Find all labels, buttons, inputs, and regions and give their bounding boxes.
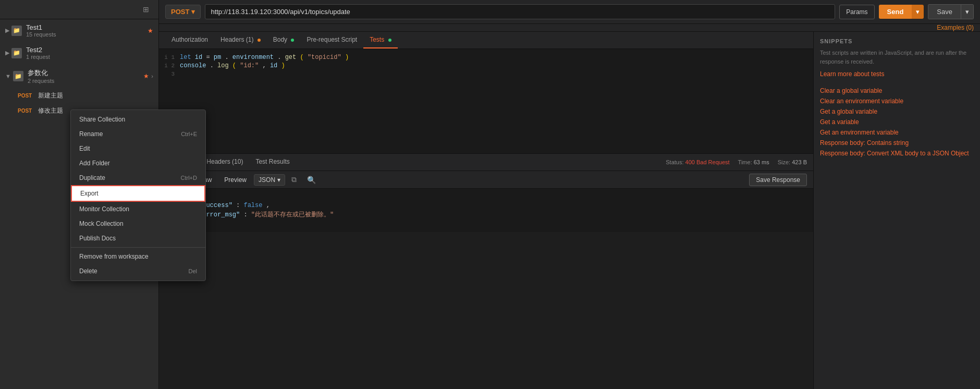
menu-label: Publish Docs (79, 235, 116, 242)
resp-line-1: 1 - { (159, 193, 813, 201)
menu-shortcut: Ctrl+D (181, 175, 197, 181)
tab-headers-response[interactable]: Headers (10) (200, 154, 249, 171)
menu-item-delete[interactable]: Delete Del (71, 264, 205, 278)
code-line-1: i 1 let id = pm . environment . get ( (159, 53, 813, 62)
snippets-title: SNIPPETS (820, 38, 974, 44)
method-badge-post: POST (16, 92, 34, 99)
snippet-get-env[interactable]: Get an environment variable (820, 127, 974, 138)
status-label: Status: 400 Bad Request (666, 159, 729, 165)
resp-line-3: 3 "error_msg" : "此话题不存在或已被删除。" (159, 210, 813, 220)
format-selector[interactable]: JSON ▾ (254, 174, 285, 186)
snippet-clear-env[interactable]: Clear an environment variable (820, 96, 974, 106)
save-dropdown-button[interactable]: ▾ (961, 4, 974, 19)
context-menu: Share Collection Rename Ctrl+E Edit Add … (70, 110, 206, 281)
save-group: Save ▾ (928, 4, 974, 19)
size-value: 423 B (792, 159, 807, 165)
code-editor[interactable]: i 1 let id = pm . environment . get ( (159, 49, 813, 153)
menu-label: Delete (79, 268, 97, 275)
menu-label: Export (80, 190, 99, 197)
menu-item-publish[interactable]: Publish Docs (71, 231, 205, 246)
menu-item-duplicate[interactable]: Duplicate Ctrl+D (71, 171, 205, 185)
code-line-2: i 2 console . log ( "id:" , id ) (159, 62, 813, 70)
menu-item-monitor[interactable]: Monitor Collection (71, 202, 205, 216)
params-button[interactable]: Params (839, 5, 874, 19)
tab-test-results[interactable]: Test Results (249, 154, 296, 171)
tab-authorization[interactable]: Authorization (165, 32, 214, 48)
menu-label: Share Collection (79, 116, 125, 123)
request-name: 修改主题 (38, 106, 63, 115)
method-dropdown-icon: ▾ (191, 8, 195, 16)
save-response-button[interactable]: Save Response (749, 174, 807, 186)
main-content: POST ▾ Params Send ▾ Save ▾ Examples (0) (159, 0, 980, 389)
collection-name: Test2 (26, 46, 153, 54)
tab-headers[interactable]: Headers (1) (214, 32, 267, 48)
request-name: 新建主题 (38, 91, 63, 100)
snippet-response-xml[interactable]: Response body: Convert XML body to a JSO… (820, 148, 974, 159)
collection-meta: 2 requests (28, 78, 141, 84)
menu-label: Edit (79, 145, 90, 152)
sidebar-toolbar: ⊞ (0, 0, 158, 19)
format-label: JSON (259, 176, 275, 184)
response-bar: Cookies Headers (10) Test Results Status… (159, 154, 813, 171)
status-value: 400 Bad Request (685, 159, 730, 165)
sidebar: ⊞ ▶ 📁 Test1 15 requests ★ ▶ 📁 Test2 1 (0, 0, 159, 389)
examples-link[interactable]: Examples (0) (937, 24, 974, 31)
collection-test2-header[interactable]: ▶ 📁 Test2 1 request (0, 42, 158, 64)
collection-icon: 📁 (11, 26, 22, 36)
resp-line-2: 2 "success" : false , (159, 201, 813, 210)
menu-item-mock[interactable]: Mock Collection (71, 216, 205, 231)
tab-dot-tests (388, 39, 391, 42)
expand-arrow: ▶ (5, 27, 9, 34)
menu-label: Mock Collection (79, 220, 124, 227)
menu-shortcut: Del (188, 268, 197, 274)
view-preview-button[interactable]: Preview (219, 174, 252, 186)
tab-dot-body (291, 39, 294, 42)
send-button[interactable]: Send (879, 5, 912, 19)
menu-shortcut: Ctrl+E (181, 131, 197, 137)
collection-test1-header[interactable]: ▶ 📁 Test1 15 requests ★ (0, 19, 158, 42)
menu-item-edit[interactable]: Edit (71, 141, 205, 156)
method-label: POST (171, 8, 189, 16)
menu-label: Monitor Collection (79, 205, 129, 213)
collection-name: 参数化 (28, 68, 141, 78)
snippets-description: Test scripts are written in JavaScript, … (820, 48, 974, 66)
star-icon: ★ (143, 72, 149, 80)
collection-params-header[interactable]: ▼ 📁 参数化 2 requests ★ › (0, 64, 158, 88)
request-tab-bar: Authorization Headers (1) Body Pre-reque… (159, 32, 813, 49)
menu-item-share[interactable]: Share Collection (71, 112, 205, 127)
snippets-list: Clear a global variable Clear an environ… (820, 86, 974, 159)
snippet-clear-global[interactable]: Clear a global variable (820, 86, 974, 96)
menu-item-export[interactable]: Export (71, 185, 205, 202)
tab-pre-request[interactable]: Pre-request Script (300, 32, 363, 48)
snippet-get-global[interactable]: Get a global variable (820, 106, 974, 117)
save-button[interactable]: Save (928, 4, 961, 19)
method-selector[interactable]: POST ▾ (165, 5, 201, 19)
menu-item-rename[interactable]: Rename Ctrl+E (71, 127, 205, 141)
learn-more-link[interactable]: Learn more about tests (820, 69, 974, 79)
collection-meta: 1 request (26, 54, 153, 60)
menu-label: Rename (79, 130, 103, 138)
snippet-response-contains[interactable]: Response body: Contains string (820, 138, 974, 148)
search-response-button[interactable]: 🔍 (303, 174, 320, 186)
send-dropdown-button[interactable]: ▾ (912, 5, 924, 19)
menu-item-add-folder[interactable]: Add Folder (71, 156, 205, 171)
request-item-new-topic[interactable]: POST 新建主题 (0, 88, 158, 103)
format-dropdown-icon: ▾ (277, 176, 280, 184)
code-line-3: 3 (159, 70, 813, 78)
copy-response-button[interactable]: ⧉ (287, 173, 301, 186)
expand-arrow: ▶ (5, 50, 9, 56)
tab-tests[interactable]: Tests (363, 32, 397, 48)
menu-item-remove[interactable]: Remove from workspace (71, 249, 205, 264)
response-content: 1 - { 2 "success" : false (159, 189, 813, 232)
new-collection-button[interactable]: ⊞ (139, 3, 153, 16)
response-toolbar: Pretty Raw Preview JSON ▾ ⧉ 🔍 Save Respo… (159, 171, 813, 189)
request-bar: POST ▾ Params Send ▾ Save ▾ (159, 0, 980, 24)
collection-test1: ▶ 📁 Test1 15 requests ★ (0, 19, 158, 42)
snippet-get-var[interactable]: Get a variable (820, 117, 974, 127)
send-group: Send ▾ (879, 5, 924, 19)
collection-meta: 15 requests (26, 31, 145, 38)
expand-arrow: ▼ (5, 73, 11, 79)
url-input[interactable] (205, 4, 835, 19)
snippets-panel: SNIPPETS Test scripts are written in Jav… (813, 32, 980, 389)
tab-body[interactable]: Body (267, 32, 301, 48)
